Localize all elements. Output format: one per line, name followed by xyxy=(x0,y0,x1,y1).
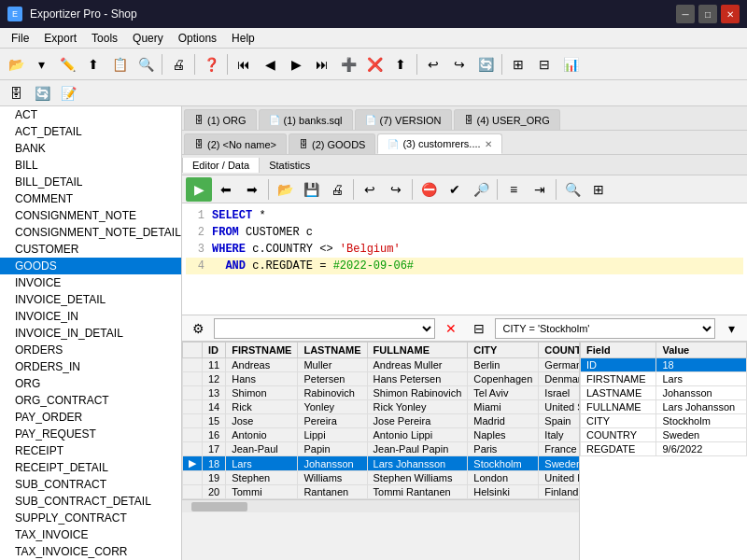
tab-noname[interactable]: 🗄 (2) <No name> xyxy=(184,133,287,154)
horiz-scrollbar[interactable] xyxy=(182,499,579,512)
right-panel-row[interactable]: LASTNAMEJohansson xyxy=(581,386,747,400)
run-btn[interactable]: ▶ xyxy=(186,177,212,202)
sidebar-item-tax-invoice-corr[interactable]: TAX_INVOICE_CORR xyxy=(0,543,181,560)
ed-extra-btn[interactable]: ⊞ xyxy=(586,177,611,202)
col-country[interactable]: COUNTRY xyxy=(539,343,579,358)
ed-save-btn[interactable]: 💾 xyxy=(299,177,323,202)
right-panel-row[interactable]: FIRSTNAMELars xyxy=(581,372,747,386)
menu-file[interactable]: File xyxy=(4,30,36,47)
sidebar-item-pay-request[interactable]: PAY_REQUEST xyxy=(0,426,181,442)
sidebar-item-customer[interactable]: CUSTOMER xyxy=(0,241,181,258)
tb-edit-btn[interactable]: ✏️ xyxy=(55,52,79,77)
table-row[interactable]: 16AntonioLippiAntonio LippiNaplesItaly xyxy=(183,428,580,442)
tb-new-btn[interactable]: 📋 xyxy=(107,52,132,77)
right-panel-row[interactable]: CITYStockholm xyxy=(581,414,747,428)
filter-table-select[interactable] xyxy=(214,318,435,339)
menu-tools[interactable]: Tools xyxy=(84,30,125,47)
sidebar-item-supply-contract[interactable]: SUPPLY_CONTRACT xyxy=(0,510,181,526)
ed-open-btn[interactable]: 📂 xyxy=(273,177,297,202)
menu-options[interactable]: Options xyxy=(171,30,224,47)
sidebar-item-tax-invoice[interactable]: TAX_INVOICE xyxy=(0,526,181,543)
editor-tab-data[interactable]: Editor / Data xyxy=(182,158,260,173)
tab-version[interactable]: 📄 (7) VERSION xyxy=(355,109,452,130)
ed-indent-btn[interactable]: ⇥ xyxy=(528,177,552,202)
tb2-btn1[interactable]: 🗄 xyxy=(4,81,28,105)
tb-next-btn[interactable]: ▶ xyxy=(284,52,308,77)
tb-sort-asc-btn[interactable]: ⬆ xyxy=(388,52,413,77)
filter-clear-btn[interactable]: ✕ xyxy=(439,316,463,341)
tb-grid-btn[interactable]: ⊞ xyxy=(506,52,530,77)
tab-user-org[interactable]: 🗄 (4) USER_ORG xyxy=(454,109,560,130)
sidebar-item-invoice[interactable]: INVOICE xyxy=(0,274,181,291)
table-row[interactable]: 15JosePereiraJose PereiraMadridSpain xyxy=(183,414,580,428)
sidebar-item-consignment-note-detail[interactable]: CONSIGNMENT_NOTE_DETAIL xyxy=(0,224,181,241)
sidebar-item-bill-detail[interactable]: BILL_DETAIL xyxy=(0,174,181,190)
tb-upload-btn[interactable]: ⬆ xyxy=(81,52,106,77)
tab-banks[interactable]: 📄 (1) banks.sql xyxy=(259,109,353,130)
sidebar-item-bank[interactable]: BANK xyxy=(0,140,181,157)
sidebar-item-act-detail[interactable]: ACT_DETAIL xyxy=(0,123,181,140)
sidebar-item-act[interactable]: ACT xyxy=(0,106,181,123)
filter-apply-btn[interactable]: ⊟ xyxy=(467,316,491,341)
ed-format-btn[interactable]: ≡ xyxy=(501,177,526,202)
tb2-refresh-btn[interactable]: 🔄 xyxy=(30,81,54,105)
col-city[interactable]: CITY xyxy=(468,343,539,358)
ed-stop-btn[interactable]: ⛔ xyxy=(416,177,441,202)
sidebar-item-org[interactable]: ORG xyxy=(0,375,181,392)
tb-col-btn[interactable]: ⊟ xyxy=(532,52,557,77)
ed-redo-btn[interactable]: ↪ xyxy=(384,177,408,202)
tb-search-btn[interactable]: 🔍 xyxy=(134,52,158,77)
tb-refresh-btn[interactable]: 🔄 xyxy=(473,52,498,77)
filter-dropdown-btn[interactable]: ▾ xyxy=(719,316,743,341)
sidebar-item-orders-in[interactable]: ORDERS_IN xyxy=(0,358,181,375)
tb-export-btn[interactable]: 📊 xyxy=(558,52,583,77)
sidebar-item-invoice-in[interactable]: INVOICE_IN xyxy=(0,308,181,325)
horiz-thumb[interactable] xyxy=(191,502,247,511)
sql-editor[interactable]: 1 SELECT * 2 FROM CUSTOMER c 3 WHERE c.C… xyxy=(182,203,747,315)
right-panel-row[interactable]: ID18 xyxy=(581,358,747,372)
col-fullname[interactable]: FULLNAME xyxy=(367,343,468,358)
right-panel-row[interactable]: COUNTRYSweden xyxy=(581,428,747,442)
sidebar-item-invoice-in-detail[interactable]: INVOICE_IN_DETAIL xyxy=(0,325,181,342)
filter-value-select[interactable]: CITY = 'Stockholm' xyxy=(495,318,716,339)
table-row[interactable]: 12HansPetersenHans PetersenCopenhagenDen… xyxy=(183,372,580,386)
tb-open-btn[interactable]: 📂 xyxy=(4,52,28,77)
data-grid[interactable]: ID FIRSTNAME LASTNAME FULLNAME CITY COUN… xyxy=(182,342,579,560)
tb-help-btn[interactable]: ❓ xyxy=(199,52,223,77)
table-row[interactable]: 14RickYonleyRick YonleyMiamiUnited State xyxy=(183,400,580,414)
tb-delete-btn[interactable]: ❌ xyxy=(362,52,387,77)
col-id[interactable]: ID xyxy=(203,343,226,358)
tab-customers[interactable]: 📄 (3) customrers.... ✕ xyxy=(377,133,501,154)
right-panel-row[interactable]: FULLNAMELars Johansson xyxy=(581,400,747,414)
sidebar-item-sub-contract[interactable]: SUB_CONTRACT xyxy=(0,476,181,493)
table-row[interactable]: 17Jean-PaulPapinJean-Paul PapinParisFran… xyxy=(183,442,580,456)
tb-print-btn[interactable]: 🖨 xyxy=(166,52,190,77)
table-row[interactable]: 20TommiRantanenTommi RantanenHelsinkiFin… xyxy=(183,485,580,499)
maximize-button[interactable]: □ xyxy=(698,5,717,23)
sidebar-item-receipt[interactable]: RECEIPT xyxy=(0,442,181,459)
ed-back-btn[interactable]: ⬅ xyxy=(214,177,238,202)
tb-undo-btn[interactable]: ↩ xyxy=(421,52,445,77)
sidebar-item-invoice-detail[interactable]: INVOICE_DETAIL xyxy=(0,291,181,308)
editor-tab-stats[interactable]: Statistics xyxy=(260,158,319,173)
ed-find-btn[interactable]: 🔍 xyxy=(560,177,585,202)
table-row[interactable]: ▶18LarsJohanssonLars JohanssonStockholmS… xyxy=(183,456,580,471)
tb-redo-btn[interactable]: ↪ xyxy=(447,52,472,77)
minimize-button[interactable]: ─ xyxy=(676,5,695,23)
sidebar-item-pay-order[interactable]: PAY_ORDER xyxy=(0,409,181,426)
ed-check-btn[interactable]: ✔ xyxy=(443,177,467,202)
sidebar-item-orders[interactable]: ORDERS xyxy=(0,342,181,358)
close-button[interactable]: ✕ xyxy=(721,5,740,23)
table-row[interactable]: 13ShimonRabinovichShimon RabinovichTel A… xyxy=(183,386,580,400)
tb-dropdown-btn[interactable]: ▾ xyxy=(29,52,53,77)
menu-export[interactable]: Export xyxy=(36,30,84,47)
table-row[interactable]: 19StephenWilliamsStephen WilliamsLondonU… xyxy=(183,471,580,485)
menu-help[interactable]: Help xyxy=(224,30,262,47)
tab-goods[interactable]: 🗄 (2) GOODS xyxy=(289,133,375,154)
col-firstname[interactable]: FIRSTNAME xyxy=(226,343,298,358)
tb-add-btn[interactable]: ➕ xyxy=(336,52,360,77)
col-lastname[interactable]: LASTNAME xyxy=(298,343,367,358)
ed-fwd-btn[interactable]: ➡ xyxy=(240,177,264,202)
right-panel-row[interactable]: REGDATE9/6/2022 xyxy=(581,442,747,456)
tb-first-btn[interactable]: ⏮ xyxy=(232,52,256,77)
